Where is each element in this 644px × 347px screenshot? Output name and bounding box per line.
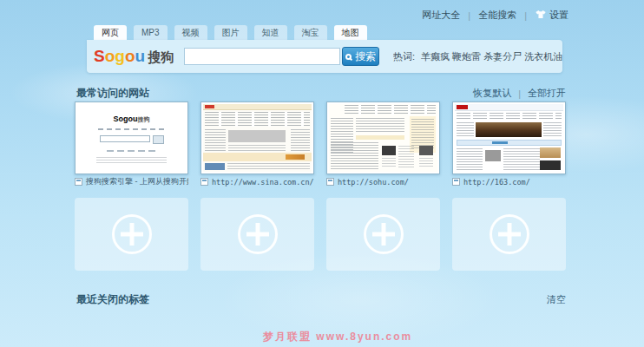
plus-icon bbox=[238, 214, 278, 254]
mini-photo-caption bbox=[419, 158, 433, 168]
mini-bottom-article bbox=[331, 142, 378, 170]
mini-photo-2 bbox=[419, 146, 433, 155]
mini-search-button bbox=[153, 135, 164, 144]
plus-icon bbox=[364, 214, 404, 254]
caption-text: 搜狗搜索引擎 - 上网从搜狗开始 bbox=[86, 176, 188, 187]
separator: | bbox=[524, 10, 527, 21]
open-all-link[interactable]: 全部打开 bbox=[528, 87, 566, 100]
mini-right-column bbox=[543, 122, 562, 137]
mini-photo-banner bbox=[476, 122, 542, 137]
mini-right-column bbox=[291, 129, 310, 151]
mini-middle-text bbox=[503, 148, 540, 170]
search-panel: S o g o u 搜狗 搜索 热词: 羊癫疯 鞭炮雷 杀妻分尸 洗衣机油条 买… bbox=[87, 40, 562, 73]
site-caption-sina[interactable]: http://www.sina.com.cn/ bbox=[200, 176, 314, 187]
watermark-text: 梦月联盟 www.8yun.com bbox=[263, 330, 412, 344]
tab-mp3[interactable]: MP3 bbox=[134, 25, 168, 40]
mini-header-bar bbox=[203, 104, 312, 110]
search-button[interactable]: 搜索 bbox=[342, 47, 378, 66]
mini-sogou-logo: Sogou搜狗 bbox=[77, 115, 186, 123]
mini-header-bar bbox=[455, 104, 563, 111]
mini-photo-gray bbox=[485, 150, 501, 161]
search-input[interactable] bbox=[184, 48, 340, 65]
mini-photo-tan bbox=[540, 147, 561, 158]
tab-map[interactable]: 地图 bbox=[334, 25, 367, 40]
logo-letter: o bbox=[105, 48, 115, 64]
tab-web[interactable]: 网页 bbox=[94, 25, 127, 40]
mini-left-column bbox=[205, 129, 226, 151]
tab-zhidao[interactable]: 知道 bbox=[254, 25, 287, 40]
site-caption-sogou[interactable]: 搜狗搜索引擎 - 上网从搜狗开始 bbox=[75, 176, 188, 187]
most-visited-grid: Sogou搜狗 bbox=[75, 101, 566, 174]
site-caption-sohu[interactable]: http://sohu.com/ bbox=[326, 176, 440, 187]
search-button-label: 搜索 bbox=[355, 49, 376, 64]
mini-photo-caption bbox=[382, 158, 396, 168]
add-site-tile[interactable] bbox=[200, 198, 314, 271]
caption-text: http://sohu.com/ bbox=[338, 178, 409, 187]
mini-center-text bbox=[356, 118, 404, 134]
mini-bottom-text bbox=[227, 163, 310, 171]
site-directory-link[interactable]: 网址大全 bbox=[422, 9, 460, 22]
tab-video[interactable]: 视频 bbox=[174, 25, 207, 40]
separator: | bbox=[518, 88, 521, 99]
mini-text-rows bbox=[228, 145, 286, 151]
settings-label: 设置 bbox=[549, 10, 568, 20]
thumbnail-preview-sina bbox=[203, 104, 312, 172]
mini-footer-text bbox=[96, 157, 167, 163]
universal-search-link[interactable]: 全能搜索 bbox=[478, 9, 516, 22]
favicon-icon bbox=[326, 178, 334, 186]
add-site-tile[interactable] bbox=[326, 198, 440, 271]
most-visited-title: 最常访问的网站 bbox=[76, 86, 149, 101]
mini-nav-grid bbox=[457, 113, 562, 121]
logo-letter: S bbox=[94, 48, 105, 64]
header-links: 网址大全 | 全能搜索 | 设置 bbox=[422, 9, 568, 22]
restore-default-link[interactable]: 恢复默认 bbox=[473, 87, 511, 100]
site-captions: 搜狗搜索引擎 - 上网从搜狗开始 http://www.sina.com.cn/… bbox=[75, 176, 566, 187]
skin-icon bbox=[535, 10, 547, 19]
settings-link[interactable]: 设置 bbox=[535, 9, 568, 22]
recent-tabs-header: 最近关闭的标签 清空 bbox=[76, 292, 566, 307]
logo-letter: o bbox=[125, 48, 135, 64]
site-thumbnail-sina[interactable] bbox=[200, 101, 314, 174]
separator: | bbox=[468, 10, 470, 21]
favicon-icon bbox=[452, 178, 460, 186]
mini-photo-dark bbox=[540, 160, 561, 170]
hotwords-label: 热词: bbox=[393, 51, 415, 62]
mini-news-column bbox=[457, 148, 483, 170]
sogou-logo[interactable]: S o g o u 搜狗 bbox=[94, 48, 174, 66]
logo-suffix: 搜狗 bbox=[148, 49, 174, 66]
add-site-row bbox=[75, 198, 566, 271]
favicon-icon bbox=[200, 178, 208, 186]
mini-links-row bbox=[107, 150, 156, 152]
mini-photo-1 bbox=[382, 146, 396, 155]
mini-middle-column bbox=[398, 146, 414, 168]
logo-suffix: 搜狗 bbox=[138, 116, 150, 122]
mini-top-links bbox=[345, 105, 436, 115]
logo-letter: g bbox=[115, 48, 125, 64]
most-visited-actions: 恢复默认 | 全部打开 bbox=[473, 87, 566, 100]
mini-link-grid bbox=[205, 112, 310, 127]
mini-search-box bbox=[100, 135, 150, 142]
hotwords-list[interactable]: 羊癫疯 鞭炮雷 杀妻分尸 洗衣机油条 买… bbox=[421, 51, 562, 62]
mini-left-column bbox=[457, 122, 474, 137]
hotwords: 热词: 羊癫疯 鞭炮雷 杀妻分尸 洗衣机油条 买… bbox=[393, 50, 562, 63]
tab-image[interactable]: 图片 bbox=[214, 25, 247, 40]
tab-taobao[interactable]: 淘宝 bbox=[294, 25, 327, 40]
mini-blue-toolbar bbox=[457, 140, 562, 146]
site-thumbnail-sogou[interactable]: Sogou搜狗 bbox=[75, 101, 188, 174]
favicon-icon bbox=[75, 178, 82, 186]
thumbnail-preview-sohu bbox=[329, 104, 437, 172]
most-visited-header: 最常访问的网站 恢复默认 | 全部打开 bbox=[76, 86, 566, 101]
plus-icon bbox=[112, 214, 152, 254]
add-site-tile[interactable] bbox=[452, 198, 566, 271]
add-site-tile[interactable] bbox=[75, 198, 188, 271]
thumbnail-preview-163 bbox=[455, 104, 563, 172]
mini-ad-banner bbox=[228, 130, 286, 142]
site-thumbnail-163[interactable] bbox=[452, 101, 566, 174]
clear-link[interactable]: 清空 bbox=[547, 293, 566, 306]
mini-nav-links bbox=[98, 128, 165, 130]
site-caption-163[interactable]: http://163.com/ bbox=[452, 176, 566, 187]
thumbnail-preview-sogou: Sogou搜狗 bbox=[77, 104, 186, 172]
caption-text: http://www.sina.com.cn/ bbox=[212, 178, 314, 187]
search-icon bbox=[345, 54, 352, 60]
site-thumbnail-sohu[interactable] bbox=[326, 101, 440, 174]
